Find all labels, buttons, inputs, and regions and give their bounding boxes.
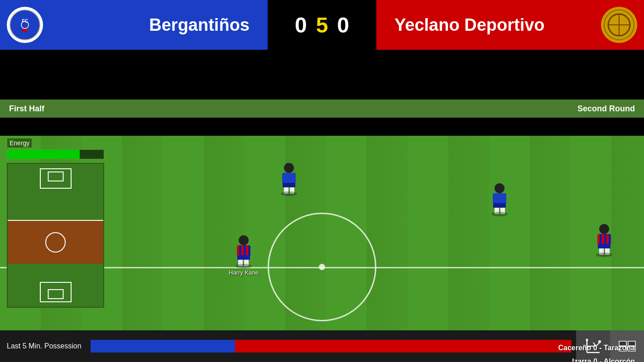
svg-point-0 bbox=[10, 10, 40, 40]
possession-red-bar bbox=[235, 340, 572, 352]
svg-point-13 bbox=[598, 340, 601, 343]
player-red-1: Harry Kane bbox=[229, 235, 259, 276]
energy-bar-bg bbox=[7, 149, 104, 159]
player-name-tag: Harry Kane bbox=[229, 269, 259, 276]
team-right-logo bbox=[601, 7, 637, 43]
minimap-goal-top bbox=[40, 168, 72, 189]
player-shadow-1 bbox=[281, 191, 297, 196]
player-blue-1 bbox=[281, 163, 297, 196]
player-blue-2 bbox=[491, 183, 508, 216]
minimap-bot bbox=[8, 264, 103, 307]
energy-label: Energy bbox=[7, 138, 32, 148]
minimap-goal-bot bbox=[40, 282, 72, 302]
minimap-mid bbox=[8, 221, 103, 264]
score-separator: 5 bbox=[316, 13, 328, 38]
possession-blue-bar bbox=[91, 340, 235, 352]
minimap-top bbox=[8, 164, 103, 221]
minimap-goal-inner-bot bbox=[48, 289, 63, 299]
other-matches-panel: Cacereño 0 - Tarazona Izarra 0 - Alcorcó… bbox=[532, 344, 635, 362]
possession-label: Last 5 Min. Possession bbox=[7, 342, 91, 350]
player-shadow-4 bbox=[596, 252, 612, 257]
score-right: 0 bbox=[337, 13, 349, 38]
score-left: 0 bbox=[295, 13, 307, 38]
energy-bar-fill bbox=[7, 150, 80, 159]
minimap-center-circle bbox=[45, 232, 66, 252]
minimap-goal-inner-top bbox=[48, 171, 63, 181]
team-left-logo: FC bbox=[7, 7, 43, 43]
game-period: First Half bbox=[9, 104, 44, 114]
center-dot bbox=[319, 264, 325, 270]
player-shadow-3 bbox=[235, 264, 252, 268]
player-shadow-2 bbox=[491, 212, 508, 216]
minimap bbox=[7, 163, 104, 308]
energy-panel: Energy bbox=[7, 138, 104, 159]
other-match-2: Izarra 0 - Alcorcón bbox=[532, 357, 635, 362]
team-right-name: Yeclano Deportivo bbox=[394, 15, 545, 35]
game-round: Second Round bbox=[577, 104, 635, 114]
possession-bar bbox=[91, 340, 572, 352]
team-left-name: Bergantiños bbox=[104, 15, 250, 35]
other-match-1: Cacereño 0 - Tarazona bbox=[532, 344, 635, 352]
player-red-2 bbox=[596, 224, 612, 257]
